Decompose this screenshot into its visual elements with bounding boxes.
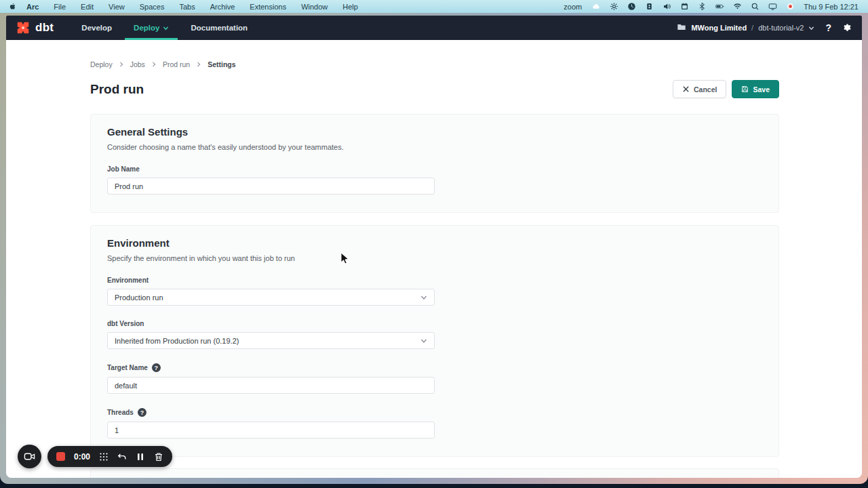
- job-name-input[interactable]: [107, 178, 435, 195]
- volume-icon[interactable]: [663, 2, 671, 11]
- stop-recording-button[interactable]: [56, 452, 65, 461]
- menu-file[interactable]: File: [46, 3, 73, 11]
- browser-window: dbt Develop Deploy Documentation MWong L…: [6, 16, 862, 478]
- clock-icon[interactable]: [627, 2, 636, 11]
- cloud-icon[interactable]: [592, 2, 601, 11]
- close-icon: [682, 85, 690, 93]
- nav-documentation[interactable]: Documentation: [182, 16, 256, 40]
- account-project-switcher[interactable]: MWong Limited / dbt-tutorial-v2: [677, 22, 814, 33]
- dbt-main-nav: Develop Deploy Documentation: [73, 16, 256, 40]
- chevron-right-icon: [151, 62, 157, 67]
- wifi-icon[interactable]: [733, 2, 742, 11]
- breadcrumb: Deploy Jobs Prod run Settings: [90, 40, 779, 68]
- environment-title: Environment: [107, 237, 762, 249]
- undo-button[interactable]: [117, 452, 127, 462]
- general-settings-description: Consider choosing a name that's easily u…: [107, 143, 762, 151]
- dbt-version-label: dbt Version: [107, 320, 762, 327]
- breadcrumb-prod-run[interactable]: Prod run: [163, 60, 190, 68]
- grid-dots-button[interactable]: [99, 452, 108, 462]
- search-icon[interactable]: [751, 2, 760, 11]
- settings-gear-button[interactable]: [842, 23, 852, 33]
- app-status-icon[interactable]: [645, 2, 654, 11]
- breadcrumb-deploy[interactable]: Deploy: [90, 60, 113, 68]
- recording-dot-icon[interactable]: [786, 2, 795, 11]
- general-settings-title: General Settings: [107, 126, 762, 138]
- menu-archive[interactable]: Archive: [203, 3, 243, 11]
- environment-description: Specify the environment in which you wan…: [107, 254, 762, 262]
- screen-recorder-toolbar: 0:00: [18, 445, 172, 468]
- menu-tabs[interactable]: Tabs: [172, 3, 202, 11]
- target-name-help-icon[interactable]: ?: [152, 363, 161, 372]
- video-camera-icon: [24, 451, 35, 462]
- chevron-down-icon: [163, 25, 169, 31]
- dbt-logo-text: dbt: [35, 21, 54, 35]
- target-name-input[interactable]: [107, 377, 435, 394]
- breadcrumb-settings: Settings: [208, 60, 235, 68]
- chevron-right-icon: [196, 62, 201, 67]
- threads-help-icon[interactable]: ?: [138, 408, 146, 417]
- menu-help[interactable]: Help: [335, 3, 366, 11]
- save-icon: [741, 85, 749, 93]
- browser-window-frame: dbt Develop Deploy Documentation MWong L…: [0, 13, 868, 484]
- menu-edit[interactable]: Edit: [73, 3, 101, 11]
- project-name: dbt-tutorial-v2: [758, 24, 804, 32]
- threads-input[interactable]: [107, 422, 435, 439]
- gear-icon: [842, 23, 852, 33]
- apple-icon[interactable]: [8, 2, 17, 11]
- menu-arc[interactable]: Arc: [17, 3, 46, 11]
- job-name-label: Job Name: [107, 165, 762, 173]
- breadcrumb-jobs[interactable]: Jobs: [130, 60, 145, 68]
- environment-select-label: Environment: [107, 277, 762, 284]
- threads-label: Threads: [107, 409, 134, 416]
- camera-button[interactable]: [18, 445, 41, 468]
- chevron-right-icon: [119, 62, 124, 67]
- pause-button[interactable]: [136, 452, 145, 462]
- cancel-button[interactable]: Cancel: [673, 80, 726, 98]
- dbt-logo-icon: [16, 20, 31, 35]
- page-title: Prod run: [90, 82, 144, 97]
- dbt-app-header: dbt Develop Deploy Documentation MWong L…: [6, 16, 862, 40]
- recording-time: 0:00: [74, 452, 90, 462]
- calendar-icon[interactable]: [680, 2, 689, 11]
- account-separator: /: [751, 24, 753, 32]
- chevron-down-icon: [808, 25, 814, 31]
- bluetooth-icon[interactable]: [698, 2, 707, 11]
- environment-variables-card: Environment Variables Job level override…: [90, 468, 779, 478]
- help-button[interactable]: ?: [824, 22, 833, 33]
- menu-bar-clock[interactable]: Thu 9 Feb 12:21: [804, 3, 860, 11]
- environment-variables-title: Environment Variables: [107, 476, 762, 478]
- nav-deploy[interactable]: Deploy: [125, 16, 178, 40]
- recorder-controls: 0:00: [47, 446, 172, 467]
- environment-select[interactable]: Production run: [107, 289, 435, 306]
- gear-status-icon[interactable]: [610, 2, 618, 11]
- dbt-logo[interactable]: dbt: [16, 20, 54, 35]
- target-name-label: Target Name: [107, 364, 148, 371]
- page-content: Deploy Jobs Prod run Settings Prod run C…: [6, 40, 862, 478]
- chevron-down-icon: [420, 294, 427, 301]
- dbt-version-select[interactable]: Inherited from Production run (0.19.2): [107, 332, 435, 349]
- macos-menu-bar: Arc File Edit View Spaces Tabs Archive E…: [0, 0, 868, 13]
- chevron-down-icon: [420, 338, 427, 344]
- menu-extensions[interactable]: Extensions: [242, 3, 294, 11]
- menu-window[interactable]: Window: [294, 3, 335, 11]
- environment-card: Environment Specify the environment in w…: [90, 225, 779, 457]
- nav-develop[interactable]: Develop: [73, 16, 121, 40]
- display-icon[interactable]: [768, 2, 777, 11]
- account-name: MWong Limited: [691, 24, 747, 32]
- general-settings-card: General Settings Consider choosing a nam…: [90, 114, 779, 213]
- menu-zoom-app[interactable]: zoom: [564, 3, 582, 11]
- save-button[interactable]: Save: [732, 80, 779, 98]
- trash-button[interactable]: [154, 452, 163, 462]
- battery-icon[interactable]: [715, 2, 724, 11]
- folder-icon: [677, 22, 686, 33]
- menu-spaces[interactable]: Spaces: [132, 3, 172, 11]
- menu-view[interactable]: View: [101, 3, 132, 11]
